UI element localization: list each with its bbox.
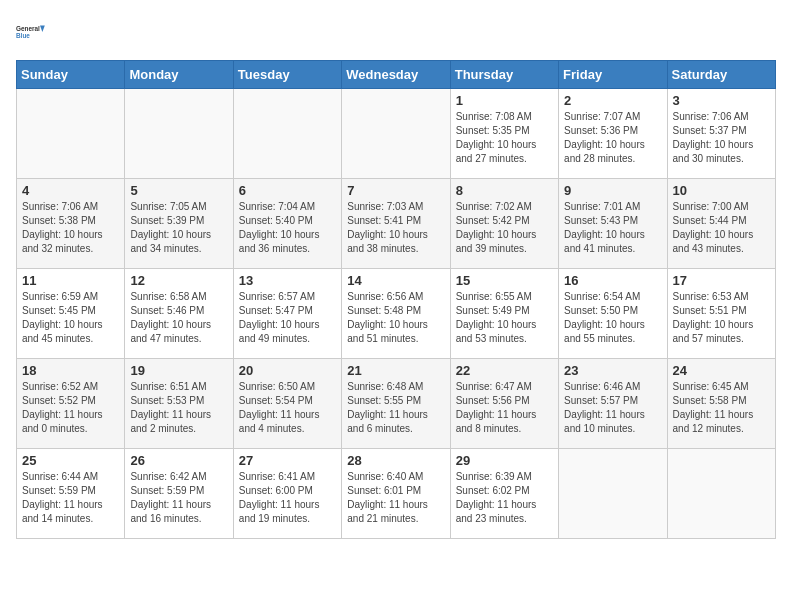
calendar-week-1: 1Sunrise: 7:08 AM Sunset: 5:35 PM Daylig… bbox=[17, 89, 776, 179]
calendar-week-5: 25Sunrise: 6:44 AM Sunset: 5:59 PM Dayli… bbox=[17, 449, 776, 539]
day-number: 9 bbox=[564, 183, 661, 198]
calendar-cell: 28Sunrise: 6:40 AM Sunset: 6:01 PM Dayli… bbox=[342, 449, 450, 539]
calendar-cell: 16Sunrise: 6:54 AM Sunset: 5:50 PM Dayli… bbox=[559, 269, 667, 359]
day-number: 29 bbox=[456, 453, 553, 468]
day-number: 21 bbox=[347, 363, 444, 378]
day-info: Sunrise: 6:54 AM Sunset: 5:50 PM Dayligh… bbox=[564, 290, 661, 346]
calendar-cell: 3Sunrise: 7:06 AM Sunset: 5:37 PM Daylig… bbox=[667, 89, 775, 179]
weekday-header-wednesday: Wednesday bbox=[342, 61, 450, 89]
calendar-cell bbox=[125, 89, 233, 179]
day-number: 6 bbox=[239, 183, 336, 198]
svg-marker-2 bbox=[40, 26, 45, 32]
day-number: 18 bbox=[22, 363, 119, 378]
day-number: 8 bbox=[456, 183, 553, 198]
day-number: 7 bbox=[347, 183, 444, 198]
day-info: Sunrise: 7:06 AM Sunset: 5:37 PM Dayligh… bbox=[673, 110, 770, 166]
calendar-cell: 8Sunrise: 7:02 AM Sunset: 5:42 PM Daylig… bbox=[450, 179, 558, 269]
calendar-cell: 9Sunrise: 7:01 AM Sunset: 5:43 PM Daylig… bbox=[559, 179, 667, 269]
day-info: Sunrise: 7:03 AM Sunset: 5:41 PM Dayligh… bbox=[347, 200, 444, 256]
day-number: 25 bbox=[22, 453, 119, 468]
day-info: Sunrise: 6:44 AM Sunset: 5:59 PM Dayligh… bbox=[22, 470, 119, 526]
calendar-cell: 19Sunrise: 6:51 AM Sunset: 5:53 PM Dayli… bbox=[125, 359, 233, 449]
day-info: Sunrise: 6:59 AM Sunset: 5:45 PM Dayligh… bbox=[22, 290, 119, 346]
day-info: Sunrise: 6:48 AM Sunset: 5:55 PM Dayligh… bbox=[347, 380, 444, 436]
day-number: 22 bbox=[456, 363, 553, 378]
calendar-week-2: 4Sunrise: 7:06 AM Sunset: 5:38 PM Daylig… bbox=[17, 179, 776, 269]
day-number: 27 bbox=[239, 453, 336, 468]
calendar-cell: 15Sunrise: 6:55 AM Sunset: 5:49 PM Dayli… bbox=[450, 269, 558, 359]
calendar-cell: 23Sunrise: 6:46 AM Sunset: 5:57 PM Dayli… bbox=[559, 359, 667, 449]
weekday-header-friday: Friday bbox=[559, 61, 667, 89]
day-info: Sunrise: 6:39 AM Sunset: 6:02 PM Dayligh… bbox=[456, 470, 553, 526]
day-number: 4 bbox=[22, 183, 119, 198]
weekday-header-thursday: Thursday bbox=[450, 61, 558, 89]
day-info: Sunrise: 7:01 AM Sunset: 5:43 PM Dayligh… bbox=[564, 200, 661, 256]
calendar-cell: 1Sunrise: 7:08 AM Sunset: 5:35 PM Daylig… bbox=[450, 89, 558, 179]
day-number: 1 bbox=[456, 93, 553, 108]
day-info: Sunrise: 6:53 AM Sunset: 5:51 PM Dayligh… bbox=[673, 290, 770, 346]
day-number: 24 bbox=[673, 363, 770, 378]
day-number: 10 bbox=[673, 183, 770, 198]
calendar-cell: 10Sunrise: 7:00 AM Sunset: 5:44 PM Dayli… bbox=[667, 179, 775, 269]
day-info: Sunrise: 7:07 AM Sunset: 5:36 PM Dayligh… bbox=[564, 110, 661, 166]
calendar-cell: 17Sunrise: 6:53 AM Sunset: 5:51 PM Dayli… bbox=[667, 269, 775, 359]
svg-text:General: General bbox=[16, 25, 40, 32]
page-header: GeneralBlue bbox=[16, 16, 776, 48]
day-info: Sunrise: 7:08 AM Sunset: 5:35 PM Dayligh… bbox=[456, 110, 553, 166]
calendar-cell: 12Sunrise: 6:58 AM Sunset: 5:46 PM Dayli… bbox=[125, 269, 233, 359]
day-number: 13 bbox=[239, 273, 336, 288]
day-info: Sunrise: 7:05 AM Sunset: 5:39 PM Dayligh… bbox=[130, 200, 227, 256]
day-number: 12 bbox=[130, 273, 227, 288]
calendar-cell bbox=[233, 89, 341, 179]
day-info: Sunrise: 6:58 AM Sunset: 5:46 PM Dayligh… bbox=[130, 290, 227, 346]
calendar-cell: 2Sunrise: 7:07 AM Sunset: 5:36 PM Daylig… bbox=[559, 89, 667, 179]
calendar-cell: 27Sunrise: 6:41 AM Sunset: 6:00 PM Dayli… bbox=[233, 449, 341, 539]
day-info: Sunrise: 7:00 AM Sunset: 5:44 PM Dayligh… bbox=[673, 200, 770, 256]
day-number: 2 bbox=[564, 93, 661, 108]
calendar-cell: 13Sunrise: 6:57 AM Sunset: 5:47 PM Dayli… bbox=[233, 269, 341, 359]
calendar-cell: 29Sunrise: 6:39 AM Sunset: 6:02 PM Dayli… bbox=[450, 449, 558, 539]
day-info: Sunrise: 6:40 AM Sunset: 6:01 PM Dayligh… bbox=[347, 470, 444, 526]
calendar-cell bbox=[559, 449, 667, 539]
day-info: Sunrise: 7:02 AM Sunset: 5:42 PM Dayligh… bbox=[456, 200, 553, 256]
day-number: 11 bbox=[22, 273, 119, 288]
calendar-cell: 14Sunrise: 6:56 AM Sunset: 5:48 PM Dayli… bbox=[342, 269, 450, 359]
weekday-header-tuesday: Tuesday bbox=[233, 61, 341, 89]
day-info: Sunrise: 7:04 AM Sunset: 5:40 PM Dayligh… bbox=[239, 200, 336, 256]
calendar-cell: 5Sunrise: 7:05 AM Sunset: 5:39 PM Daylig… bbox=[125, 179, 233, 269]
day-info: Sunrise: 6:57 AM Sunset: 5:47 PM Dayligh… bbox=[239, 290, 336, 346]
day-number: 14 bbox=[347, 273, 444, 288]
day-number: 28 bbox=[347, 453, 444, 468]
weekday-header-saturday: Saturday bbox=[667, 61, 775, 89]
day-info: Sunrise: 6:42 AM Sunset: 5:59 PM Dayligh… bbox=[130, 470, 227, 526]
calendar-cell: 11Sunrise: 6:59 AM Sunset: 5:45 PM Dayli… bbox=[17, 269, 125, 359]
day-number: 5 bbox=[130, 183, 227, 198]
day-number: 26 bbox=[130, 453, 227, 468]
day-number: 17 bbox=[673, 273, 770, 288]
calendar-cell bbox=[17, 89, 125, 179]
day-info: Sunrise: 6:47 AM Sunset: 5:56 PM Dayligh… bbox=[456, 380, 553, 436]
day-number: 20 bbox=[239, 363, 336, 378]
calendar-cell: 6Sunrise: 7:04 AM Sunset: 5:40 PM Daylig… bbox=[233, 179, 341, 269]
day-number: 19 bbox=[130, 363, 227, 378]
calendar-week-4: 18Sunrise: 6:52 AM Sunset: 5:52 PM Dayli… bbox=[17, 359, 776, 449]
calendar-cell bbox=[342, 89, 450, 179]
svg-text:Blue: Blue bbox=[16, 32, 30, 39]
day-info: Sunrise: 6:52 AM Sunset: 5:52 PM Dayligh… bbox=[22, 380, 119, 436]
logo: GeneralBlue bbox=[16, 16, 48, 48]
day-info: Sunrise: 6:45 AM Sunset: 5:58 PM Dayligh… bbox=[673, 380, 770, 436]
day-info: Sunrise: 6:41 AM Sunset: 6:00 PM Dayligh… bbox=[239, 470, 336, 526]
weekday-header-sunday: Sunday bbox=[17, 61, 125, 89]
day-info: Sunrise: 6:51 AM Sunset: 5:53 PM Dayligh… bbox=[130, 380, 227, 436]
calendar-cell: 26Sunrise: 6:42 AM Sunset: 5:59 PM Dayli… bbox=[125, 449, 233, 539]
calendar-cell: 25Sunrise: 6:44 AM Sunset: 5:59 PM Dayli… bbox=[17, 449, 125, 539]
calendar-cell: 18Sunrise: 6:52 AM Sunset: 5:52 PM Dayli… bbox=[17, 359, 125, 449]
day-number: 15 bbox=[456, 273, 553, 288]
day-number: 16 bbox=[564, 273, 661, 288]
calendar-cell: 22Sunrise: 6:47 AM Sunset: 5:56 PM Dayli… bbox=[450, 359, 558, 449]
calendar-cell bbox=[667, 449, 775, 539]
logo-icon: GeneralBlue bbox=[16, 16, 48, 48]
day-number: 3 bbox=[673, 93, 770, 108]
calendar-week-3: 11Sunrise: 6:59 AM Sunset: 5:45 PM Dayli… bbox=[17, 269, 776, 359]
calendar-cell: 4Sunrise: 7:06 AM Sunset: 5:38 PM Daylig… bbox=[17, 179, 125, 269]
